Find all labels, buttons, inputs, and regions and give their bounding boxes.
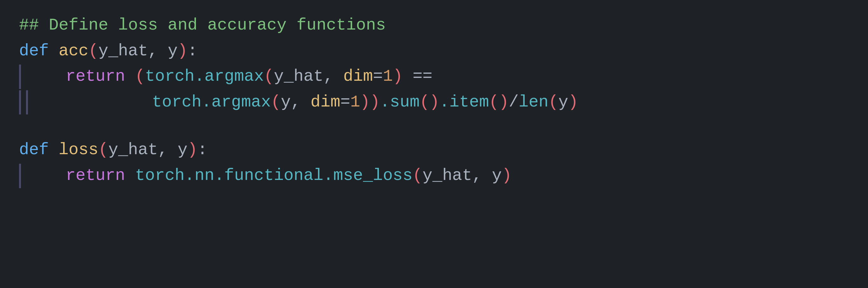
def-loss-line: def loss(y_hat, y):	[19, 137, 849, 163]
comment-line: ## Define loss and accuracy functions	[19, 13, 849, 38]
return-line-1-wrapper: return (torch.argmax(y_hat, dim=1) ==	[19, 64, 849, 90]
param-y-hat: y_hat	[98, 38, 148, 64]
dim-arg-1: dim	[343, 64, 373, 90]
colon-loss: :	[197, 137, 207, 163]
num-2: 1	[350, 90, 360, 115]
indent-spaces-1	[26, 64, 66, 90]
paren-sum-open: (	[420, 90, 429, 115]
slash: /	[509, 90, 519, 115]
paren-close-outer: )	[370, 90, 380, 115]
paren-mse-open: (	[412, 163, 423, 189]
param-y-2: y	[178, 137, 187, 163]
paren-mse-close: )	[502, 163, 512, 189]
paren-close-3: )	[393, 64, 403, 90]
space-eq	[403, 64, 412, 90]
paren-open-4: (	[271, 90, 281, 115]
y-hat-1: y_hat	[274, 64, 323, 90]
func-name-loss: loss	[59, 137, 98, 163]
paren-len-open: (	[549, 90, 558, 115]
return-line-1: return (torch.argmax(y_hat, dim=1) ==	[26, 64, 433, 90]
def-acc-line: def acc(y_hat, y):	[19, 38, 849, 64]
return-line-2: torch.argmax(y, dim=1)).sum().item()/len…	[33, 90, 578, 115]
indent-spaces-loss	[26, 163, 66, 189]
y-2: y	[281, 90, 290, 115]
double-eq: ==	[412, 64, 432, 90]
len-func: len	[519, 90, 549, 115]
comma-loss: ,	[158, 137, 178, 163]
paren-close-loss: )	[188, 137, 197, 163]
param-y: y	[168, 38, 178, 64]
comma-2: ,	[323, 64, 343, 90]
y-mse: y	[492, 163, 502, 189]
paren-item-close: )	[499, 90, 509, 115]
return-line-2-wrapper: torch.argmax(y, dim=1)).sum().item()/len…	[19, 90, 849, 115]
num-1: 1	[383, 64, 393, 90]
paren-open: (	[88, 38, 98, 64]
return-keyword-1: return	[66, 64, 135, 90]
y-len: y	[558, 90, 568, 115]
indent-bar-2a	[19, 90, 21, 115]
return-keyword-2: return	[66, 163, 135, 189]
param-y-hat-2: y_hat	[108, 137, 158, 163]
comma-3: ,	[290, 90, 310, 115]
return-loss-wrapper: return torch.nn.functional.mse_loss(y_ha…	[19, 163, 849, 189]
paren-open-3: (	[264, 64, 274, 90]
def-keyword: def	[19, 38, 59, 64]
indent-bar-1	[19, 64, 21, 89]
paren-open-loss: (	[98, 137, 108, 163]
torch-argmax-1: torch.argmax	[145, 64, 264, 90]
paren-sum-close: )	[429, 90, 439, 115]
eq-1: =	[373, 64, 383, 90]
dot-item: .item	[439, 90, 489, 115]
blank-line	[19, 115, 849, 137]
paren-len-close: )	[568, 90, 578, 115]
dim-arg-2: dim	[311, 90, 340, 115]
colon1: :	[188, 38, 197, 64]
torch-nn: torch.nn.functional.mse_loss	[135, 163, 412, 189]
torch-argmax-2: torch.argmax	[152, 90, 271, 115]
indent-bar-2b	[26, 90, 28, 115]
code-block: ## Define loss and accuracy functions de…	[0, 0, 868, 288]
comma1: ,	[148, 38, 168, 64]
paren-item-open: (	[489, 90, 499, 115]
paren-open-2: (	[135, 64, 145, 90]
paren-close: )	[178, 38, 187, 64]
indent-bar-loss	[19, 164, 21, 188]
y-hat-mse: y_hat	[423, 163, 472, 189]
comma-mse: ,	[472, 163, 492, 189]
paren-close-4: )	[360, 90, 370, 115]
comment-text: ## Define loss and accuracy functions	[19, 13, 386, 38]
func-name-acc: acc	[59, 38, 89, 64]
return-loss-line: return torch.nn.functional.mse_loss(y_ha…	[26, 163, 512, 189]
dot-sum: .sum	[380, 90, 420, 115]
indent-spaces-2	[33, 90, 152, 115]
eq-2: =	[340, 90, 350, 115]
def-keyword-2: def	[19, 137, 59, 163]
